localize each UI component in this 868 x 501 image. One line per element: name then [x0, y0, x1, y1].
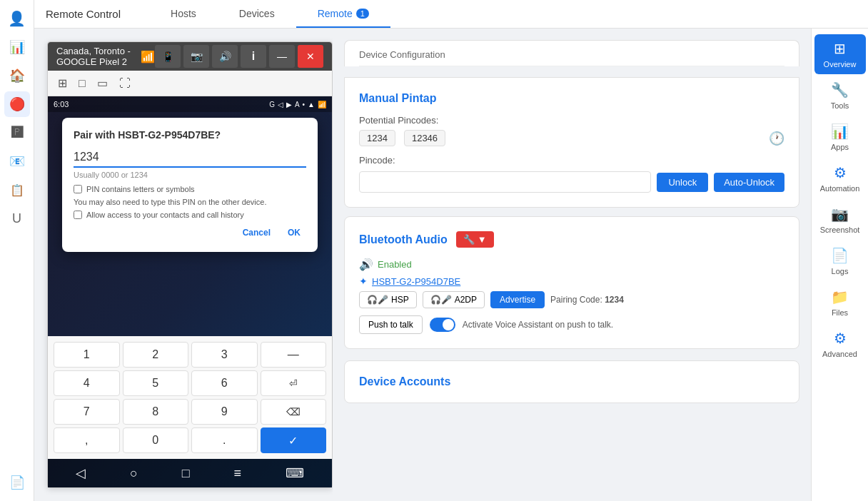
- cancel-button[interactable]: Cancel: [237, 225, 276, 241]
- pair-input[interactable]: [74, 148, 306, 168]
- sidebar-item-remote[interactable]: 🔴: [4, 91, 30, 117]
- sidebar-item-tools[interactable]: 🔧 Tools: [814, 76, 866, 116]
- overview-icon: ⊞: [834, 40, 846, 57]
- key-9[interactable]: 9: [191, 399, 258, 425]
- a-icon: A: [295, 101, 300, 108]
- android-background: 6:03 G ◁ ▶ A • ▲ 📶 Pair with: [48, 96, 332, 487]
- a2dp-icon: 🎧🎤: [430, 295, 452, 305]
- sidebar-item-file[interactable]: 📄: [4, 470, 30, 495]
- pair-dialog: Pair with HSBT-G2-P954D7BE? Usually 0000…: [62, 118, 318, 252]
- advertise-button[interactable]: Advertise: [490, 291, 545, 308]
- screen-icon[interactable]: ⊞: [55, 75, 70, 91]
- push-to-talk-button[interactable]: Push to talk: [359, 315, 423, 334]
- key-3[interactable]: 3: [191, 342, 258, 368]
- pincode-chip-12346[interactable]: 12346: [404, 130, 445, 146]
- nav-home-button[interactable]: ○: [127, 463, 141, 484]
- checkbox-pin-letters: PIN contains letters or symbols: [74, 185, 306, 193]
- device-accounts-title: Device Accounts: [359, 375, 784, 388]
- key-backspace[interactable]: ⌫: [261, 399, 327, 425]
- bluetooth-toggle-icon: 🔧: [463, 234, 475, 245]
- sidebar-item-automation[interactable]: ⚙ Automation: [814, 158, 866, 198]
- top-nav: Remote Control Hosts Devices Remote 1: [34, 0, 868, 29]
- bluetooth-icon: ◁: [278, 101, 283, 108]
- sidebar-item-home[interactable]: 🏠: [4, 63, 30, 88]
- contacts-label: Allow access to your contacts and call h…: [86, 211, 244, 219]
- a2dp-button[interactable]: 🎧🎤 A2DP: [423, 291, 485, 308]
- clock-icon[interactable]: 🕐: [769, 131, 784, 146]
- key-7[interactable]: 7: [54, 399, 120, 425]
- pin-letters-checkbox[interactable]: [74, 185, 82, 193]
- landscape-icon[interactable]: ▭: [94, 75, 111, 91]
- pair-hint: Usually 0000 or 1234: [74, 171, 306, 179]
- apps-icon: 📊: [831, 123, 849, 140]
- key-confirm[interactable]: ✓: [261, 427, 327, 453]
- minimize-button[interactable]: —: [269, 45, 295, 68]
- nav-recents-button[interactable]: □: [179, 463, 193, 484]
- bluetooth-icon: ✦: [359, 275, 368, 287]
- key-5[interactable]: 5: [123, 370, 189, 396]
- key-2[interactable]: 2: [123, 342, 189, 368]
- key-enter[interactable]: ⏎: [261, 370, 327, 396]
- tab-devices[interactable]: Devices: [218, 0, 296, 28]
- push-to-talk-row: Push to talk Activate Voice Assistant on…: [359, 315, 784, 334]
- sidebar-item-user[interactable]: U: [4, 206, 30, 231]
- key-1[interactable]: 1: [54, 342, 120, 368]
- sidebar-item-overview[interactable]: ⊞ Overview: [814, 34, 866, 74]
- sidebar-item-files[interactable]: 📁 Files: [814, 283, 866, 323]
- files-icon: 📁: [831, 288, 849, 305]
- unlock-button[interactable]: Unlock: [657, 173, 708, 192]
- portrait-icon[interactable]: □: [76, 76, 89, 91]
- sidebar-item-apps[interactable]: 🅿: [4, 120, 30, 146]
- device-toolbar: ⊞ □ ▭ ⛶: [48, 71, 332, 96]
- tab-remote[interactable]: Remote 1: [296, 0, 390, 28]
- speaker-icon: 🔊: [359, 258, 373, 271]
- sidebar-item-logs[interactable]: 📄 Logs: [814, 241, 866, 281]
- key-4[interactable]: 4: [54, 370, 120, 396]
- sidebar-item-advanced[interactable]: ⚙ Advanced: [814, 324, 866, 364]
- key-8[interactable]: 8: [123, 399, 189, 425]
- tab-hosts[interactable]: Hosts: [149, 0, 218, 28]
- right-panel: Device Configuration Manual Pintap Poten…: [333, 29, 811, 501]
- app-title: Remote Control: [46, 8, 121, 20]
- bluetooth-audio-section: Bluetooth Audio 🔧 ▼ 🔊 Enabled ✦ HSBT-G2-…: [344, 216, 799, 349]
- sidebar-item-data[interactable]: 📋: [4, 177, 30, 203]
- phone-button[interactable]: 📱: [155, 45, 181, 68]
- sidebar-item-screenshot[interactable]: 📷 Screenshot: [814, 200, 866, 240]
- bluetooth-title: Bluetooth Audio: [359, 233, 448, 246]
- bluetooth-toggle-button[interactable]: 🔧 ▼: [456, 231, 494, 248]
- nav-keyboard-button[interactable]: ⌨: [283, 462, 307, 484]
- close-button[interactable]: ✕: [298, 45, 323, 68]
- sidebar-item-apps[interactable]: 📊 Apps: [814, 117, 866, 157]
- key-comma[interactable]: ,: [54, 427, 120, 453]
- bluetooth-header: Bluetooth Audio 🔧 ▼: [359, 231, 784, 248]
- voice-assist-toggle[interactable]: [430, 318, 455, 332]
- auto-unlock-button[interactable]: Auto-Unlock: [714, 173, 784, 192]
- manual-pintap-title: Manual Pintap: [359, 92, 784, 105]
- info-button[interactable]: i: [241, 45, 266, 68]
- bluetooth-toggle-arrow: ▼: [478, 234, 487, 245]
- right-sidebar: ⊞ Overview 🔧 Tools 📊 Apps ⚙ Automation 📷…: [811, 29, 868, 501]
- pincode-input[interactable]: [359, 171, 651, 193]
- bluetooth-status-row: 🔊 Enabled: [359, 258, 784, 271]
- ok-button[interactable]: OK: [282, 225, 306, 241]
- hsp-button[interactable]: 🎧🎤 HSP: [359, 291, 417, 308]
- key-dash[interactable]: —: [261, 342, 327, 368]
- bluetooth-device-name[interactable]: HSBT-G2-P954D7BE: [372, 276, 460, 287]
- key-6[interactable]: 6: [191, 370, 258, 396]
- sidebar-item-logo[interactable]: 👤: [4, 6, 30, 31]
- sidebar-item-dashboard[interactable]: 📊: [4, 34, 30, 60]
- nav-back-button[interactable]: ◁: [73, 462, 89, 484]
- volume-button[interactable]: 🔊: [212, 45, 238, 68]
- fullscreen-icon[interactable]: ⛶: [116, 76, 133, 91]
- key-period[interactable]: .: [191, 427, 258, 453]
- sidebar-item-mail[interactable]: 📧: [4, 148, 30, 174]
- status-time: 6:03: [54, 100, 69, 108]
- pincode-chip-1234[interactable]: 1234: [359, 130, 395, 146]
- key-0[interactable]: 0: [123, 427, 189, 453]
- device-config-section: Device Configuration: [344, 40, 799, 66]
- contacts-checkbox[interactable]: [74, 211, 82, 219]
- nav-menu-button[interactable]: ≡: [231, 463, 245, 484]
- screenshot-button[interactable]: 📷: [183, 45, 209, 68]
- signal-up-icon: ▲: [308, 101, 315, 108]
- pairing-code-value: 1234: [605, 295, 624, 305]
